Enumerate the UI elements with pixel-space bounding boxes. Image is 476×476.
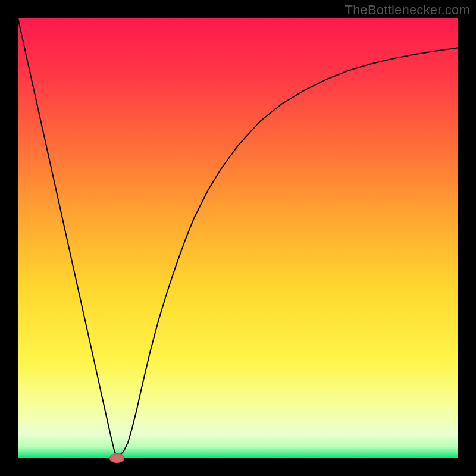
chart-frame: TheBottlenecker.com [0, 0, 476, 476]
plot-background [18, 18, 458, 458]
chart-svg [18, 18, 458, 458]
optimal-point-marker [110, 454, 124, 463]
watermark-text: TheBottlenecker.com [345, 2, 470, 18]
